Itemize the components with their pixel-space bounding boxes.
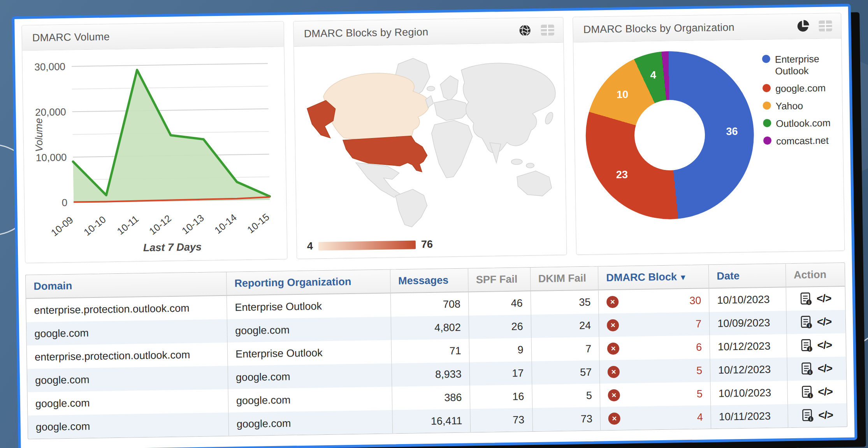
- cell-action: i</>: [786, 310, 845, 334]
- cell-spf-fail: 73: [470, 408, 532, 432]
- legend-item: google.com: [763, 82, 836, 94]
- block-x-icon: ✕: [608, 366, 620, 378]
- legend-item: Outlook.com: [763, 117, 837, 130]
- map-south-america: [395, 189, 427, 227]
- cell-reporting-organization: google.com: [228, 410, 393, 436]
- cell-domain: google.com: [27, 366, 228, 392]
- colorbar-min-label: 4: [307, 240, 313, 252]
- svg-text:i: i: [809, 346, 810, 351]
- svg-text:10-09: 10-09: [49, 214, 75, 238]
- pie-chart-icon[interactable]: [796, 19, 810, 33]
- dmarc-region-header: DMARC Blocks by Region: [293, 18, 563, 47]
- cell-spf-fail: 17: [469, 361, 532, 385]
- globe-icon[interactable]: [518, 23, 532, 38]
- cell-dkim-fail: 35: [531, 290, 599, 315]
- colorbar-gradient: [318, 240, 416, 250]
- dmarc-region-title: DMARC Blocks by Region: [304, 26, 429, 40]
- legend-label: comcast.net: [776, 135, 829, 147]
- cell-dkim-fail: 24: [531, 313, 599, 338]
- cell-dkim-fail: 5: [532, 383, 600, 408]
- cell-dmarc-block: ✕5: [599, 359, 710, 383]
- xml-source-icon[interactable]: </>: [817, 339, 832, 352]
- block-count: 7: [696, 318, 701, 330]
- donut-value-label: 36: [726, 126, 738, 138]
- column-header-domain[interactable]: Domain: [26, 272, 227, 299]
- donut-value-label: 23: [616, 169, 628, 181]
- dashboard-frame: DMARC Volume 010,00020,00030,00010-0910-…: [12, 4, 857, 448]
- legend-dot-icon: [763, 119, 771, 127]
- report-details-icon[interactable]: i: [801, 385, 814, 399]
- cell-messages: 16,411: [392, 409, 471, 433]
- dmarc-organization-title: DMARC Blocks by Organization: [583, 21, 734, 36]
- dmarc-organization-header: DMARC Blocks by Organization: [573, 13, 841, 42]
- xml-source-icon[interactable]: </>: [818, 409, 833, 422]
- svg-text:i: i: [808, 300, 809, 304]
- xml-source-icon[interactable]: </>: [817, 362, 832, 375]
- cell-action: i</>: [788, 403, 847, 427]
- block-x-icon: ✕: [607, 319, 619, 331]
- sort-desc-icon: ▼: [679, 273, 687, 282]
- cell-domain: enterprise.protection.outlook.com: [27, 343, 228, 369]
- donut-value-label: 10: [617, 89, 629, 101]
- report-details-icon[interactable]: i: [800, 292, 812, 305]
- svg-text:i: i: [810, 416, 811, 421]
- table-icon[interactable]: [818, 19, 833, 33]
- svg-text:Last 7 Days: Last 7 Days: [143, 241, 202, 254]
- column-header-date[interactable]: Date: [708, 264, 786, 288]
- cell-spf-fail: 46: [468, 291, 531, 315]
- cell-dmarc-block: ✕4: [600, 405, 711, 430]
- dmarc-region-panel: DMARC Blocks by Region: [293, 17, 567, 259]
- dmarc-report-table: Domain Reporting Organization Messages S…: [25, 262, 847, 439]
- dmarc-volume-panel: DMARC Volume 010,00020,00030,00010-0910-…: [21, 21, 287, 263]
- cell-date: 10/12/2023: [710, 334, 787, 359]
- colorbar-max-label: 76: [421, 238, 433, 250]
- column-header-reporting-organization[interactable]: Reporting Organization: [226, 270, 390, 295]
- map-central-america: [356, 162, 400, 198]
- xml-source-icon[interactable]: </>: [817, 315, 832, 328]
- donut-legend: Enterprise Outlook google.com Yahoo: [753, 49, 840, 218]
- cell-messages: 708: [390, 292, 469, 317]
- table-icon[interactable]: [540, 23, 555, 37]
- cell-domain: google.com: [28, 389, 228, 416]
- report-details-icon[interactable]: i: [802, 409, 814, 422]
- cell-spf-fail: 26: [469, 315, 531, 339]
- svg-text:10-10: 10-10: [82, 214, 108, 238]
- cell-date: 10/09/2023: [709, 311, 787, 335]
- map-asia: [461, 62, 556, 153]
- map-australia: [517, 171, 552, 196]
- world-map: [295, 45, 565, 233]
- cell-messages: 71: [391, 339, 469, 363]
- cell-reporting-organization: google.com: [228, 387, 392, 412]
- block-count: 30: [689, 294, 701, 306]
- cell-reporting-organization: Enterprise Outlook: [227, 340, 392, 366]
- cell-date: 10/11/2023: [711, 404, 788, 429]
- cell-date: 10/10/2023: [709, 287, 786, 312]
- legend-item: comcast.net: [763, 134, 837, 147]
- cell-date: 10/10/2023: [710, 381, 788, 405]
- report-details-icon[interactable]: i: [801, 362, 813, 375]
- xml-source-icon[interactable]: </>: [817, 292, 831, 305]
- legend-dot-icon: [762, 55, 770, 63]
- cell-messages: 386: [392, 385, 470, 410]
- map-alaska[interactable]: [307, 100, 336, 138]
- report-details-icon[interactable]: i: [801, 315, 813, 329]
- cell-domain: google.com: [28, 413, 228, 439]
- cell-dmarc-block: ✕6: [599, 335, 710, 360]
- donut-chart: 3623104: [585, 50, 755, 220]
- report-details-icon[interactable]: i: [801, 339, 813, 352]
- svg-text:0: 0: [62, 197, 68, 208]
- cell-dkim-fail: 7: [531, 337, 600, 361]
- cell-reporting-organization: google.com: [228, 363, 392, 389]
- dmarc-organization-panel: DMARC Blocks by Organization: [573, 13, 845, 255]
- svg-text:10-13: 10-13: [180, 212, 206, 236]
- column-header-dmarc-block[interactable]: DMARC Block▼: [598, 265, 709, 290]
- legend-dot-icon: [763, 136, 771, 145]
- block-x-icon: ✕: [608, 412, 620, 424]
- column-header-messages[interactable]: Messages: [390, 268, 468, 293]
- world-map-chart: 4 76: [294, 43, 566, 259]
- legend-dot-icon: [763, 102, 771, 110]
- svg-text:i: i: [810, 393, 811, 398]
- xml-source-icon[interactable]: </>: [818, 385, 833, 398]
- cell-messages: 8,933: [392, 362, 470, 387]
- cell-action: i</>: [787, 380, 847, 404]
